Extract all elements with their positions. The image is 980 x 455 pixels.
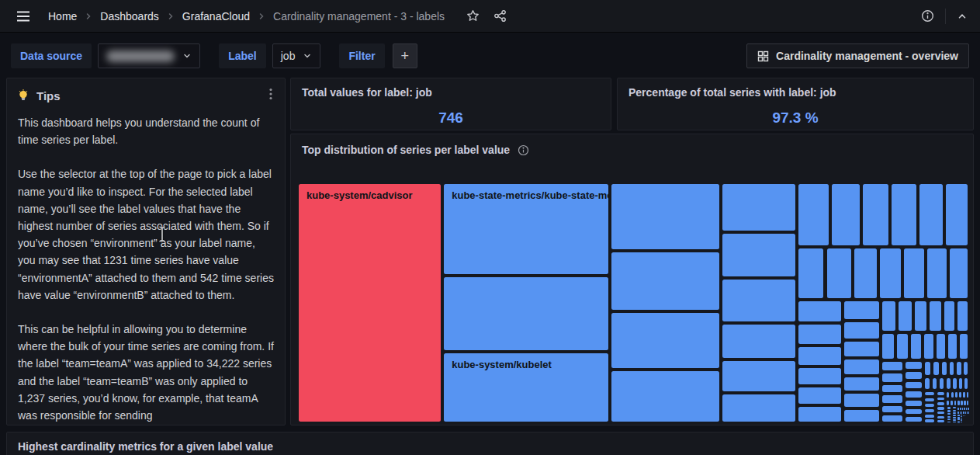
treemap-rect[interactable] bbox=[882, 395, 902, 402]
treemap-rect[interactable] bbox=[957, 422, 959, 423]
treemap-rect[interactable] bbox=[925, 404, 934, 407]
treemap-rect[interactable] bbox=[915, 301, 926, 331]
treemap-rect[interactable] bbox=[904, 248, 924, 299]
treemap-rect[interactable] bbox=[880, 248, 902, 299]
treemap-rect[interactable] bbox=[844, 410, 879, 422]
treemap-rect[interactable] bbox=[951, 392, 954, 398]
treemap-rect[interactable] bbox=[611, 313, 719, 368]
treemap-rect[interactable]: kube-state-metrics/kube-state-metrics bbox=[444, 184, 608, 274]
treemap-rect[interactable] bbox=[933, 362, 939, 376]
treemap-rect[interactable] bbox=[947, 392, 949, 398]
treemap-rect[interactable] bbox=[961, 418, 962, 419]
treemap-rect[interactable] bbox=[827, 248, 851, 299]
treemap-rect[interactable] bbox=[798, 184, 829, 245]
treemap-rect[interactable] bbox=[947, 413, 951, 415]
treemap-rect[interactable] bbox=[957, 415, 959, 415]
treemap-rect[interactable] bbox=[957, 301, 968, 331]
treemap-rect[interactable] bbox=[957, 408, 959, 410]
treemap-rect[interactable] bbox=[911, 334, 921, 358]
treemap-rect[interactable] bbox=[882, 415, 902, 422]
treemap-rect[interactable] bbox=[722, 280, 795, 321]
treemap-rect[interactable]: kube-system/kubelet bbox=[444, 353, 608, 422]
treemap-rect[interactable] bbox=[925, 419, 934, 422]
treemap-rect[interactable] bbox=[906, 401, 922, 406]
treemap-rect[interactable] bbox=[961, 420, 962, 421]
treemap-rect[interactable]: kube-system/cadvisor bbox=[299, 184, 441, 422]
treemap-rect[interactable] bbox=[963, 412, 964, 414]
treemap-rect[interactable] bbox=[951, 401, 953, 405]
treemap-rect[interactable] bbox=[906, 362, 922, 370]
menu-icon[interactable] bbox=[12, 5, 34, 27]
treemap-rect[interactable] bbox=[722, 361, 795, 391]
treemap-rect[interactable] bbox=[953, 378, 957, 389]
treemap-rect[interactable] bbox=[925, 409, 934, 412]
treemap-rect[interactable] bbox=[963, 392, 965, 398]
breadcrumb-home[interactable]: Home bbox=[48, 10, 77, 23]
treemap-rect[interactable] bbox=[937, 412, 944, 414]
treemap-rect[interactable] bbox=[925, 398, 934, 401]
treemap-rect[interactable] bbox=[967, 392, 969, 398]
treemap-rect[interactable] bbox=[968, 412, 969, 414]
treemap-rect[interactable] bbox=[844, 394, 879, 406]
treemap-rect[interactable] bbox=[844, 342, 879, 357]
info-icon[interactable] bbox=[921, 9, 934, 23]
treemap-rect[interactable] bbox=[944, 301, 955, 331]
share-icon[interactable] bbox=[493, 9, 507, 23]
treemap-rect[interactable] bbox=[906, 372, 922, 379]
treemap-rect[interactable] bbox=[882, 362, 902, 370]
treemap-rect[interactable] bbox=[897, 334, 908, 358]
treemap-rect[interactable] bbox=[947, 410, 951, 412]
treemap-rect[interactable] bbox=[964, 362, 968, 376]
treemap-rect[interactable] bbox=[940, 378, 944, 389]
treemap-rect[interactable] bbox=[957, 401, 959, 405]
treemap-rect[interactable] bbox=[947, 416, 951, 418]
overview-dashboard-link-button[interactable]: Cardinality management - overview bbox=[746, 43, 969, 68]
treemap-rect[interactable] bbox=[906, 382, 922, 388]
treemap-rect[interactable] bbox=[953, 417, 956, 419]
treemap-rect[interactable] bbox=[947, 407, 951, 408]
treemap-rect[interactable] bbox=[950, 248, 968, 299]
treemap-rect[interactable] bbox=[959, 378, 962, 389]
treemap-rect[interactable] bbox=[947, 401, 949, 405]
label-select[interactable]: job bbox=[272, 43, 321, 68]
treemap-rect[interactable] bbox=[937, 392, 944, 395]
treemap-rect[interactable] bbox=[967, 401, 968, 405]
treemap-rect[interactable] bbox=[722, 325, 795, 358]
treemap-rect[interactable] bbox=[892, 184, 916, 245]
treemap-rect[interactable] bbox=[882, 373, 902, 382]
treemap-rect[interactable] bbox=[798, 387, 841, 403]
treemap-rect[interactable] bbox=[863, 184, 888, 245]
treemap-rect[interactable] bbox=[798, 347, 841, 365]
treemap-rect[interactable] bbox=[798, 368, 841, 385]
treemap-rect[interactable] bbox=[844, 322, 879, 339]
treemap-rect[interactable] bbox=[953, 407, 956, 408]
treemap-rect[interactable] bbox=[948, 334, 957, 358]
treemap-rect[interactable] bbox=[925, 378, 930, 389]
treemap-rect[interactable] bbox=[957, 421, 959, 422]
treemap-rect[interactable] bbox=[955, 392, 957, 398]
treemap-rect[interactable] bbox=[953, 412, 956, 414]
treemap-rect[interactable] bbox=[947, 422, 951, 423]
treemap-rect[interactable] bbox=[961, 401, 962, 405]
treemap-rect[interactable] bbox=[960, 412, 961, 414]
chevron-up-icon[interactable] bbox=[957, 11, 968, 22]
treemap-rect[interactable] bbox=[966, 408, 967, 410]
treemap-rect[interactable] bbox=[953, 415, 956, 416]
treemap-rect[interactable] bbox=[942, 362, 947, 376]
breadcrumb-dashboards[interactable]: Dashboards bbox=[100, 10, 159, 23]
treemap-rect[interactable] bbox=[906, 417, 922, 422]
treemap-rect[interactable] bbox=[964, 378, 968, 389]
treemap-rect[interactable] bbox=[798, 248, 824, 299]
treemap-rect[interactable] bbox=[722, 184, 795, 231]
treemap-rect[interactable] bbox=[953, 419, 956, 421]
treemap-rect[interactable] bbox=[960, 408, 961, 410]
treemap-rect[interactable] bbox=[611, 252, 719, 310]
treemap-rect[interactable] bbox=[967, 412, 968, 414]
treemap-rect[interactable] bbox=[924, 334, 933, 358]
treemap-rect[interactable] bbox=[444, 277, 608, 349]
treemap-rect[interactable] bbox=[832, 184, 859, 245]
treemap-rect[interactable] bbox=[925, 392, 934, 396]
treemap-rect[interactable] bbox=[957, 412, 958, 414]
breadcrumb-grafanacloud[interactable]: GrafanaCloud bbox=[182, 10, 250, 23]
treemap-rect[interactable] bbox=[965, 412, 966, 414]
